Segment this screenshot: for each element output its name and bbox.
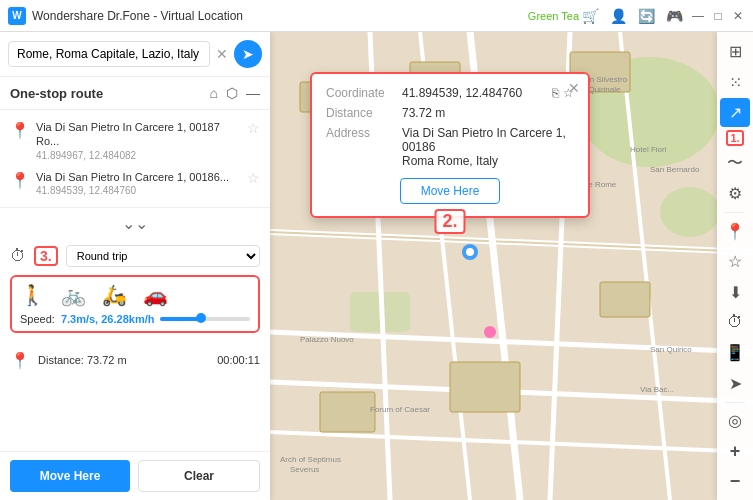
expand-chevron-icon[interactable]: ⌄⌄ <box>122 214 148 233</box>
map-area[interactable]: Wax Museum Pace Helvetia San Silvestro a… <box>270 32 753 500</box>
distance-text: Distance: 73.72 m <box>38 354 209 366</box>
timer-icon: ⏱ <box>10 247 26 265</box>
popup-distance-row: Distance 73.72 m <box>326 106 574 120</box>
point1-star-icon[interactable]: ☆ <box>247 120 260 136</box>
chevron-row: ⌄⌄ <box>0 208 270 239</box>
zoom-out-button[interactable]: − <box>720 468 750 496</box>
route-points: 📍 Via Di San Pietro In Carcere 1, 00187 … <box>0 110 270 208</box>
popup-distance-value: 73.72 m <box>402 106 574 120</box>
wave-icon-button[interactable]: 〜 <box>720 149 750 177</box>
label-1-badge: 1. <box>726 130 743 146</box>
bottom-buttons: Move Here Clear <box>0 451 270 500</box>
close-button[interactable]: ✕ <box>731 9 745 23</box>
dots-grid-button[interactable]: ⁙ <box>720 68 750 96</box>
history-icon-button[interactable]: ⏱ <box>720 308 750 336</box>
popup-coordinate-row: Coordinate 41.894539, 12.484760 ⎘ ☆ <box>326 86 574 100</box>
arrow-icon-button[interactable]: ↗ <box>720 98 750 126</box>
popup-address-value: Via Di San Pietro In Carcere 1, 00186Rom… <box>402 126 574 168</box>
popup-coordinate-value: 41.894539, 12.484760 <box>402 86 546 100</box>
gear-icon-button[interactable]: ⚙ <box>720 179 750 207</box>
roundtrip-select[interactable]: Round trip <box>66 245 260 267</box>
search-input[interactable]: Rome, Roma Capitale, Lazio, Italy <box>8 41 210 67</box>
walk-mode-icon[interactable]: 🚶 <box>20 283 45 307</box>
main-layout: Rome, Roma Capitale, Lazio, Italy ✕ ➤ On… <box>0 32 753 500</box>
svg-rect-20 <box>320 392 375 432</box>
download-icon-button[interactable]: ⬇ <box>720 278 750 306</box>
toolbar-item-1: ⊞ <box>720 36 750 66</box>
move-here-button[interactable]: Move Here <box>10 460 130 492</box>
svg-text:Arch of Septimus: Arch of Septimus <box>280 455 341 464</box>
location2-icon-button[interactable]: ◎ <box>720 407 750 435</box>
maximize-button[interactable]: □ <box>711 9 725 23</box>
phone-icon-button[interactable]: 📱 <box>720 339 750 367</box>
svg-point-2 <box>660 187 720 237</box>
transport-section: ⏱ 3. Round trip 🚶 🚲 🛵 🚗 Speed: 7.3m/s, 2… <box>0 239 270 347</box>
speed-slider-track[interactable] <box>160 317 250 321</box>
svg-text:Hotel Fiori: Hotel Fiori <box>630 145 667 154</box>
gamepad-icon[interactable]: 🎮 <box>663 5 685 27</box>
svg-text:Severus: Severus <box>290 465 319 474</box>
modes-row: 🚶 🚲 🛵 🚗 <box>20 283 250 307</box>
svg-rect-19 <box>450 362 520 412</box>
start-point-icon: 📍 <box>10 121 30 140</box>
point1-text: Via Di San Pietro In Carcere 1, 00187 Ro… <box>36 120 241 162</box>
speed-slider-fill <box>160 317 200 321</box>
location-icon-button[interactable]: 📍 <box>720 217 750 245</box>
route-point-2: 📍 Via Di San Pietro In Carcere 1, 00186.… <box>10 166 260 201</box>
zoom-in-button[interactable]: + <box>720 437 750 465</box>
svg-text:San Quirico: San Quirico <box>650 345 692 354</box>
speed-slider-thumb[interactable] <box>196 313 206 323</box>
distance-pin-icon: 📍 <box>10 351 30 370</box>
search-clear-icon[interactable]: ✕ <box>216 46 228 62</box>
point1-name: Via Di San Pietro In Carcere 1, 00187 Ro… <box>36 120 241 149</box>
popup-close-button[interactable]: ✕ <box>568 80 580 96</box>
popup-move-here-button[interactable]: Move Here <box>400 178 501 204</box>
star-toolbar-icon-button[interactable]: ☆ <box>720 247 750 275</box>
svg-point-36 <box>484 326 496 338</box>
titlebar-icons: 🛒 👤 🔄 🎮 — □ ✕ <box>579 5 745 27</box>
speed-modes-box: 🚶 🚲 🛵 🚗 Speed: 7.3m/s, 26.28km/h <box>10 275 260 333</box>
search-bar: Rome, Roma Capitale, Lazio, Italy ✕ ➤ <box>0 32 270 77</box>
export-icon[interactable]: ⬡ <box>226 85 238 101</box>
right-toolbar: ⊞ ⁙ ↗ 1. 〜 ⚙ 📍 ☆ ⬇ ⏱ 📱 ➤ ◎ + − <box>717 32 753 500</box>
green-label: Green Tea <box>528 10 579 22</box>
point2-star-icon[interactable]: ☆ <box>247 170 260 186</box>
toolbar-divider-2 <box>725 402 745 403</box>
car-mode-icon[interactable]: 🚗 <box>143 283 168 307</box>
user-icon[interactable]: 👤 <box>607 5 629 27</box>
toolbar-divider-1 <box>725 212 745 213</box>
point2-text: Via Di San Pietro In Carcere 1, 00186...… <box>36 170 241 197</box>
svg-text:Via Bac...: Via Bac... <box>640 385 674 394</box>
cart-icon[interactable]: 🛒 <box>579 5 601 27</box>
end-point-icon: 📍 <box>10 171 30 190</box>
svg-rect-18 <box>600 282 650 317</box>
svg-text:Palazzo Nuovo: Palazzo Nuovo <box>300 335 354 344</box>
copy-icon[interactable]: ⎘ <box>552 86 559 100</box>
navigate-icon-button[interactable]: ➤ <box>720 369 750 397</box>
time-text: 00:00:11 <box>217 354 260 366</box>
route-point-1: 📍 Via Di San Pietro In Carcere 1, 00187 … <box>10 116 260 166</box>
timer-row: ⏱ 3. Round trip <box>10 245 260 267</box>
svg-point-35 <box>466 248 474 256</box>
minimize-button[interactable]: — <box>691 9 705 23</box>
popup-address-label: Address <box>326 126 396 168</box>
point2-name: Via Di San Pietro In Carcere 1, 00186... <box>36 170 241 184</box>
dist-time-row: 📍 Distance: 73.72 m 00:00:11 <box>0 347 270 376</box>
refresh-icon[interactable]: 🔄 <box>635 5 657 27</box>
app-title: Wondershare Dr.Fone - Virtual Location <box>32 9 524 23</box>
route-title: One-stop route <box>10 86 210 101</box>
grid-icon-button[interactable]: ⊞ <box>720 36 750 66</box>
point2-coords: 41.894539, 12.484760 <box>36 184 241 197</box>
clear-button[interactable]: Clear <box>138 460 260 492</box>
label-2: 2. <box>434 209 465 234</box>
svg-text:Forum of Caesar: Forum of Caesar <box>370 405 430 414</box>
search-go-button[interactable]: ➤ <box>234 40 262 68</box>
scooter-mode-icon[interactable]: 🛵 <box>102 283 127 307</box>
bike-mode-icon[interactable]: 🚲 <box>61 283 86 307</box>
app-logo: W <box>8 7 26 25</box>
popup-coordinate-label: Coordinate <box>326 86 396 100</box>
collapse-icon[interactable]: — <box>246 85 260 101</box>
left-panel: Rome, Roma Capitale, Lazio, Italy ✕ ➤ On… <box>0 32 270 500</box>
home-icon[interactable]: ⌂ <box>210 85 218 101</box>
map-popup: ✕ Coordinate 41.894539, 12.484760 ⎘ ☆ Di… <box>310 72 590 218</box>
